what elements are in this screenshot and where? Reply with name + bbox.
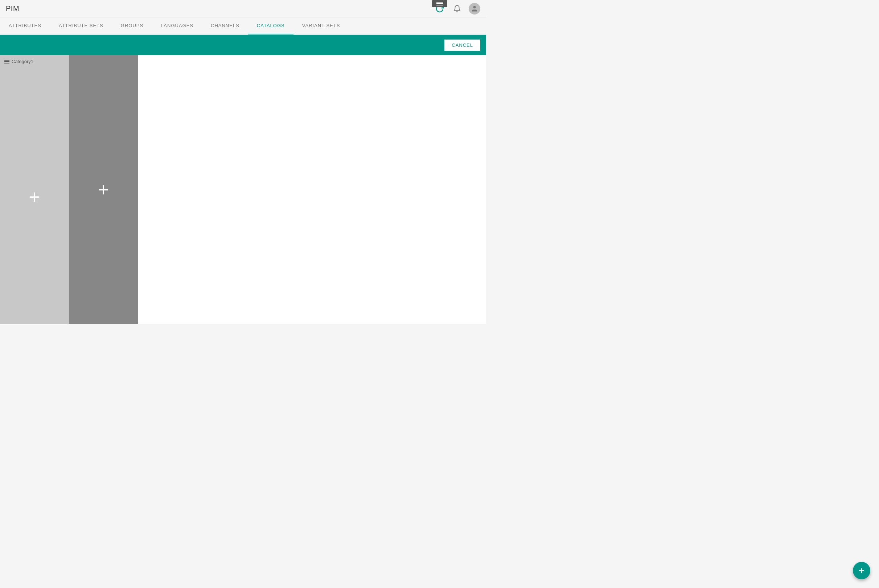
scroll-indicator xyxy=(432,0,447,7)
person-icon xyxy=(471,5,478,12)
teal-toolbar: CANCEL xyxy=(0,35,486,55)
app-bar-left: PIM xyxy=(6,4,19,13)
hamburger-icon[interactable] xyxy=(4,60,9,63)
app-bar: PIM xyxy=(0,0,486,17)
left-panel-header: Category1 xyxy=(0,57,69,66)
middle-add-icon: + xyxy=(98,180,109,199)
tab-languages[interactable]: LANGUAGES xyxy=(152,17,202,34)
main-content: Category1 + + xyxy=(0,55,486,324)
tab-channels[interactable]: CHANNELS xyxy=(202,17,248,34)
tab-catalogs[interactable]: CATALOGS xyxy=(248,17,294,34)
cancel-button[interactable]: CANCEL xyxy=(444,39,480,51)
right-panel xyxy=(138,55,486,324)
bell-icon xyxy=(453,5,461,13)
notification-button[interactable] xyxy=(451,3,463,15)
left-panel: Category1 + xyxy=(0,55,69,324)
avatar-button[interactable] xyxy=(469,3,480,15)
tab-attributes[interactable]: ATTRIBUTES xyxy=(0,17,50,34)
left-panel-add-button[interactable]: + xyxy=(0,70,69,324)
category1-label: Category1 xyxy=(12,59,33,64)
tab-groups[interactable]: GROUPS xyxy=(112,17,152,34)
left-add-icon: + xyxy=(29,188,40,206)
nav-tabs: ATTRIBUTES ATTRIBUTE SETS GROUPS LANGUAG… xyxy=(0,17,486,35)
app-title: PIM xyxy=(6,4,19,13)
tab-variant-sets[interactable]: VARIANT SETS xyxy=(294,17,349,34)
tab-attribute-sets[interactable]: ATTRIBUTE SETS xyxy=(50,17,112,34)
middle-panel[interactable]: + xyxy=(69,55,138,324)
